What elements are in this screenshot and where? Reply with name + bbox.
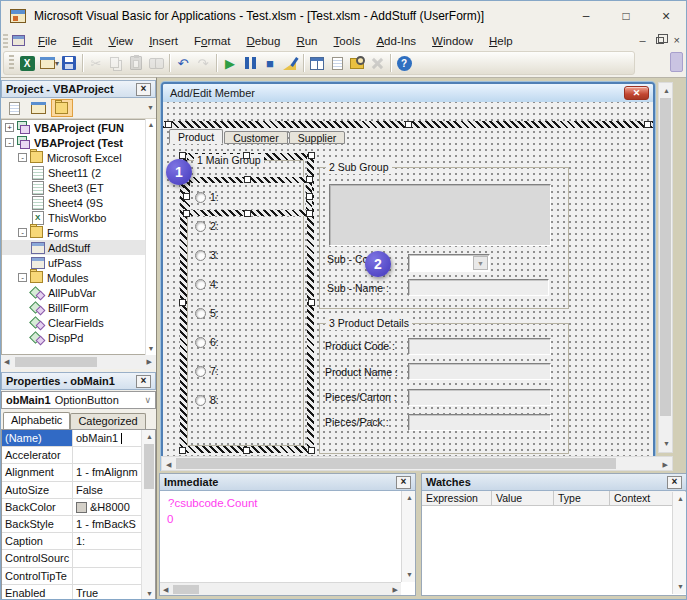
selection-handle[interactable] [306,193,313,200]
tree-item-billform[interactable]: BillForm [2,300,155,315]
expand-icon[interactable]: + [5,123,14,132]
view-code-button[interactable] [3,99,25,117]
property-row[interactable]: Caption1: [2,533,155,550]
tree-item-clearfields[interactable]: ClearFields [2,315,155,330]
sub-name-textbox[interactable] [408,279,549,296]
property-row[interactable]: ControlTipTe [2,568,155,585]
selection-handle[interactable] [308,299,315,306]
watches-column-expression[interactable]: Expression [422,491,492,505]
tree-item-modules[interactable]: -Modules [2,270,155,285]
property-row[interactable]: BackColor&H8000 [2,499,155,516]
scroll-thumb[interactable] [176,458,616,469]
watches-column-type[interactable]: Type [554,491,610,505]
page-tab-customer[interactable]: Customer [224,131,288,144]
tree-item-forms[interactable]: -Forms [2,225,155,240]
tree-item-vbaproject-test[interactable]: -VBAProject (Test [2,135,155,150]
selection-handle[interactable] [179,447,186,454]
form-design-surface[interactable]: ProductCustomerSupplier 1 1 Main Group 2… [163,102,653,469]
optionbutton-8[interactable]: 8: [195,393,219,407]
detail-textbox-1[interactable] [408,338,551,355]
selection-handle[interactable] [243,447,250,454]
watches-header[interactable]: Watches × [422,474,686,491]
reset-icon[interactable]: ■ [260,53,280,73]
scroll-right-icon[interactable]: ▶ [393,586,398,594]
property-row[interactable]: Accelerator [2,447,155,464]
tree-item-microsoft-excel[interactable]: -Microsoft Excel [2,150,155,165]
collapse-icon[interactable]: - [18,228,27,237]
object-selector[interactable]: obMain1 OptionButton ∨ [1,391,156,409]
object-browser-icon[interactable] [347,53,367,73]
mdi-minimize-icon[interactable]: – [639,34,645,46]
insert-userform-icon[interactable] [37,53,57,73]
project-hscrollbar[interactable]: ◀ ▶ [1,355,156,369]
selection-handle[interactable] [244,210,251,217]
watches-column-value[interactable]: Value [492,491,554,505]
menu-help[interactable]: Help [481,32,521,50]
watches-close-icon[interactable]: × [667,476,682,489]
properties-scrollbar[interactable]: ▲ ▼ [141,430,155,600]
tree-item-thisworkbo[interactable]: ThisWorkbo [2,210,155,225]
selection-handle[interactable] [183,193,190,200]
property-row[interactable]: (Name)obMain1 [2,430,155,447]
selection-handle[interactable] [308,152,315,159]
selection-handle[interactable] [306,176,313,183]
tree-item-ufpass[interactable]: ufPass [2,255,155,270]
designer-hscrollbar[interactable]: ◀ ▶ [161,456,673,471]
tab-categorized[interactable]: Categorized [70,413,145,429]
optionbutton-1[interactable]: 1: [195,190,219,204]
help-icon[interactable]: ? [394,53,414,73]
close-icon[interactable]: × [646,1,686,31]
menu-edit[interactable]: Edit [65,32,101,50]
project-explorer-icon[interactable] [307,53,327,73]
design-mode-icon[interactable] [280,53,300,73]
watches-vscrollbar[interactable]: ▲ ▼ [672,492,686,594]
menu-file[interactable]: File [30,32,65,50]
selection-handle[interactable] [179,152,186,159]
mdi-close-icon[interactable]: × [674,34,680,46]
collapse-icon[interactable]: - [5,138,14,147]
tree-item-allpubvar[interactable]: AllPubVar [2,285,155,300]
scroll-down-icon[interactable]: ▼ [663,440,670,448]
mdi-child-icon[interactable] [12,35,25,46]
menu-run[interactable]: Run [288,32,325,50]
immediate-vscrollbar[interactable]: ▲ ▼ [401,491,415,582]
run-icon[interactable]: ▶ [220,53,240,73]
selection-handle[interactable] [183,210,190,217]
scroll-right-icon[interactable]: ▶ [663,461,668,469]
optionbutton-6[interactable]: 6: [195,335,219,349]
selection-handle[interactable] [165,121,172,128]
maximize-icon[interactable]: □ [606,1,646,31]
break-icon[interactable] [240,53,260,73]
menu-add-ins[interactable]: Add-Ins [368,32,424,50]
scroll-left-icon[interactable]: ◀ [163,586,168,594]
selection-handle[interactable] [244,176,251,183]
sub-code-combobox[interactable]: ▼ [408,254,490,272]
properties-panel-header[interactable]: Properties - obMain1 × [1,372,156,390]
menu-tools[interactable]: Tools [326,32,369,50]
scroll-down-icon[interactable]: ▼ [146,590,153,598]
scroll-down-icon[interactable]: ▼ [148,345,155,353]
undo-icon[interactable]: ↶ [173,53,193,73]
scroll-thumb[interactable] [15,357,97,367]
combo-dropdown-icon[interactable]: ▼ [473,256,488,270]
detail-textbox-3[interactable] [408,389,551,406]
tree-item-sheet3-et[interactable]: Sheet3 (ET [2,180,155,195]
page-tab-supplier[interactable]: Supplier [289,131,346,144]
toggle-folders-button[interactable] [51,99,73,117]
property-row[interactable]: AutoSizeFalse [2,482,155,499]
property-row[interactable]: Alignment1 - fmAlignm [2,464,155,481]
tree-item-sheet11-2[interactable]: Sheet11 (2 [2,165,155,180]
scroll-up-icon[interactable]: ▲ [146,433,153,441]
selection-handle[interactable] [405,121,412,128]
menu-debug[interactable]: Debug [238,32,288,50]
tab-alphabetic[interactable]: Alphabetic [3,412,70,429]
mdi-restore-icon[interactable] [656,37,664,44]
scroll-down-icon[interactable]: ▼ [406,571,413,579]
properties-window-icon[interactable] [327,53,347,73]
immediate-header[interactable]: Immediate × [160,474,415,491]
designer-vscrollbar[interactable]: ▲ ▼ [658,82,673,453]
menu-view[interactable]: View [100,32,141,50]
property-row[interactable]: BackStyle1 - fmBackS [2,516,155,533]
tree-item-addstuff[interactable]: AddStuff [2,240,155,255]
form-titlebar[interactable]: Add/Edit Member ✕ [163,84,653,102]
